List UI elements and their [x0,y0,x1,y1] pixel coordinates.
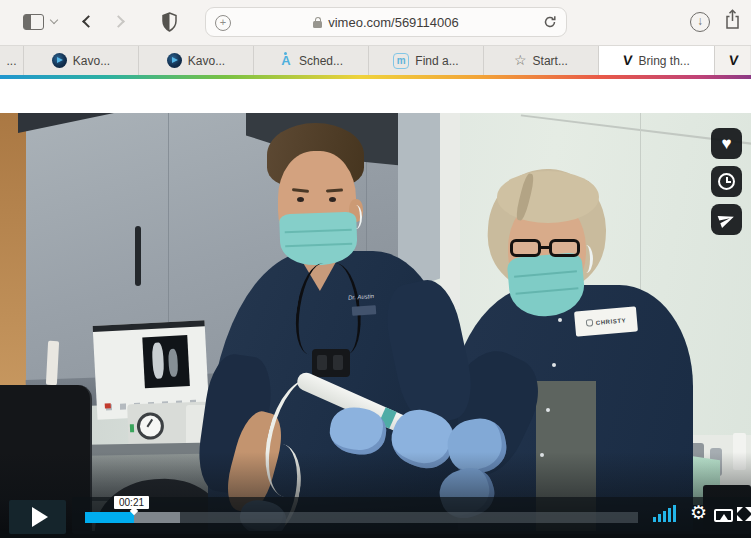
progress-buffer [134,512,180,523]
star-icon: ☆ [514,53,527,68]
sidebar-toggle-icon[interactable] [23,14,44,30]
xray-film [143,335,190,388]
jacket-button [546,408,550,412]
jacket-button [552,363,556,367]
volume-control[interactable] [653,505,677,522]
status-led [130,424,134,432]
fullscreen-icon[interactable] [737,507,751,521]
assistant-hair-fringe [497,171,599,223]
heart-icon: ♥ [721,135,731,153]
url-text: vimeo.com/569114006 [328,15,459,30]
picture-in-picture-icon[interactable] [714,509,733,522]
back-button[interactable] [82,15,95,28]
tab-label: Bring th... [638,54,689,68]
tab-label: Find a... [415,54,458,68]
assistant-glasses [510,239,541,257]
tooth-logo [585,319,593,327]
address-bar[interactable]: + vimeo.com/569114006 [205,7,567,37]
mask-ear-loop [579,245,593,273]
dental-loupes [312,349,350,377]
assistant-glasses [549,239,580,257]
tab-schedule[interactable]: A Sched... [254,46,369,75]
tab-start[interactable]: ☆ Start... [484,46,599,75]
glasses-bridge [541,246,551,249]
tab-vimeo-active[interactable]: V Bring th... [599,46,715,75]
tab-kavo-1[interactable]: Kavo... [24,46,139,75]
eye [297,197,304,202]
page-background [0,79,751,113]
kavo-favicon [52,53,67,68]
clock-icon [718,173,735,190]
wood-wall-strip [0,113,26,418]
eye [329,197,336,202]
chevron-down-icon[interactable] [50,16,58,24]
tab-label: Sched... [299,54,343,68]
share-video-button[interactable] [711,204,742,235]
tab-overflow-left[interactable]: ... [0,46,24,75]
vimeo-logo-icon: V [622,53,633,68]
browser-toolbar: + vimeo.com/569114006 ↓ [0,0,751,45]
m-logo-icon: m [393,53,409,69]
tab-label: Start... [533,54,568,68]
lock-icon [313,17,322,28]
cabinet-handle [135,226,141,286]
reload-icon[interactable] [543,15,557,33]
like-button[interactable]: ♥ [711,128,742,159]
watch-later-button[interactable] [711,166,742,197]
tab-bar: ... Kavo... Kavo... A Sched... m Find a.… [0,45,751,75]
progress-fill [85,512,134,523]
tab-label: Kavo... [188,54,225,68]
tab-kavo-2[interactable]: Kavo... [139,46,254,75]
forward-button[interactable] [112,15,125,28]
downloads-button[interactable]: ↓ [690,12,710,32]
page-options-icon[interactable]: + [215,15,231,31]
tab-overflow-right[interactable]: V [715,46,750,75]
share-button[interactable] [724,9,741,34]
light-switch [46,341,59,386]
door-frame [440,113,460,309]
scrub-pocket-tag [352,305,377,316]
video-player[interactable]: CHRISTY Dr. Austin [0,113,751,538]
time-tooltip: 00:21 [114,496,149,509]
tab-label: Kavo... [73,54,110,68]
play-icon [32,507,48,527]
schedule-app-icon: A [279,53,293,69]
safari-window: + vimeo.com/569114006 ↓ ... Kavo... [0,0,751,538]
settings-gear-icon[interactable]: ⚙ [690,502,707,524]
jacket-button [558,318,562,322]
kavo-favicon [167,53,182,68]
privacy-shield-icon[interactable] [161,12,178,36]
paper-plane-icon [716,209,738,231]
mask-ear-loop [350,205,362,229]
vimeo-logo-icon: V [728,53,739,68]
tab-find-a[interactable]: m Find a... [369,46,484,75]
record-dot [105,404,111,409]
progress-bar[interactable] [85,512,638,523]
pressure-dial [136,412,164,440]
play-button[interactable] [9,500,66,534]
